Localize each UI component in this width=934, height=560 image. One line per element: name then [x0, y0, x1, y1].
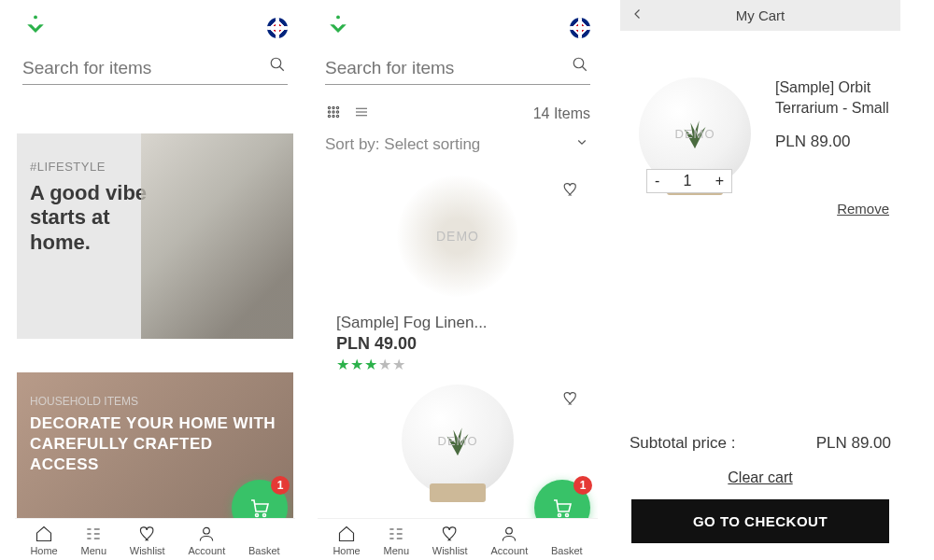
- back-icon[interactable]: [630, 6, 646, 26]
- svg-point-18: [506, 527, 513, 534]
- nav-account[interactable]: Account: [188, 525, 225, 556]
- home-cards: #LIFESTYLE A good vibe starts at home. H…: [15, 87, 295, 522]
- language-flag-icon[interactable]: [570, 18, 590, 38]
- item-count: 14 Items: [533, 105, 590, 122]
- svg-point-16: [559, 514, 561, 517]
- search-icon[interactable]: [269, 56, 286, 77]
- clear-cart-link[interactable]: Clear cart: [620, 469, 900, 486]
- brand-logo[interactable]: [22, 13, 49, 43]
- chevron-down-icon: [573, 133, 590, 155]
- nav-label: Wishlist: [432, 545, 468, 556]
- nav-menu[interactable]: Menu: [383, 525, 409, 556]
- subtotal-label: Subtotal price :: [630, 434, 735, 453]
- heart-icon[interactable]: [562, 181, 579, 202]
- svg-point-9: [336, 106, 338, 108]
- svg-point-15: [336, 115, 338, 117]
- svg-point-14: [333, 115, 334, 117]
- quantity-stepper: - 1 +: [646, 169, 732, 193]
- nav-basket[interactable]: Basket: [551, 525, 583, 556]
- bottom-nav: Home Menu Wishlist Account Basket: [318, 518, 598, 560]
- cart-item-info: [Sample] Orbit Terrarium - Small PLN 89.…: [775, 77, 891, 189]
- cart-screen: My Cart DEMO - 1 + [Sample] Orbit Terrar…: [620, 0, 900, 560]
- nav-label: Basket: [551, 545, 583, 556]
- svg-point-0: [34, 15, 37, 19]
- subtotal-row: Subtotal price : PLN 89.00: [620, 434, 900, 453]
- cart-title: My Cart: [628, 7, 893, 23]
- nav-label: Home: [30, 545, 57, 556]
- sort-row[interactable]: Sort by: Select sorting: [318, 130, 598, 164]
- card-photo: [141, 133, 293, 339]
- heart-icon[interactable]: [562, 390, 579, 411]
- search-icon[interactable]: [572, 56, 588, 77]
- nav-home[interactable]: Home: [333, 525, 360, 556]
- list-view-icon[interactable]: [353, 104, 370, 124]
- svg-point-13: [328, 115, 330, 117]
- product-card[interactable]: DEMO: [336, 385, 579, 497]
- nav-home[interactable]: Home: [30, 525, 57, 556]
- card-headline: DECORATE YOUR HOME WITH CAREFULLY CRAFTE…: [30, 413, 280, 475]
- nav-label: Basket: [248, 545, 280, 556]
- sort-value: Select sorting: [384, 135, 480, 153]
- header: [318, 0, 598, 49]
- nav-label: Account: [490, 545, 528, 556]
- nav-wishlist[interactable]: Wishlist: [432, 525, 468, 556]
- nav-label: Menu: [80, 545, 106, 556]
- svg-point-5: [336, 15, 340, 19]
- svg-point-7: [328, 106, 330, 108]
- checkout-button[interactable]: GO TO CHECKOUT: [631, 499, 889, 543]
- nav-basket[interactable]: Basket: [248, 525, 280, 556]
- nav-wishlist[interactable]: Wishlist: [130, 525, 165, 556]
- basket-badge: 1: [271, 476, 290, 495]
- search-bar: [318, 49, 598, 87]
- qty-value: 1: [684, 173, 692, 189]
- card-tag: HOUSEHOLD ITEMS: [30, 395, 280, 408]
- product-price: PLN 49.00: [336, 334, 579, 354]
- svg-point-2: [256, 514, 259, 517]
- svg-point-3: [263, 514, 266, 517]
- home-screen: #LIFESTYLE A good vibe starts at home. H…: [15, 0, 295, 560]
- svg-point-12: [336, 111, 338, 113]
- cart-header: My Cart: [620, 0, 900, 31]
- product-card[interactable]: [Sample] Fog Linen... PLN 49.00 ★★★★★: [336, 175, 579, 373]
- nav-menu[interactable]: Menu: [80, 525, 106, 556]
- nav-label: Menu: [383, 545, 409, 556]
- listing-screen: 14 Items Sort by: Select sorting [Sample…: [318, 0, 598, 560]
- qty-plus[interactable]: +: [715, 173, 724, 189]
- svg-point-8: [333, 106, 334, 108]
- product-list: [Sample] Fog Linen... PLN 49.00 ★★★★★ DE…: [318, 175, 598, 497]
- header: [15, 0, 295, 49]
- nav-label: Wishlist: [130, 545, 165, 556]
- svg-point-17: [566, 514, 569, 517]
- view-toggles: [325, 104, 370, 124]
- basket-badge: 1: [573, 476, 592, 495]
- bottom-nav: Home Menu Wishlist Account Basket: [15, 518, 295, 560]
- grid-view-icon[interactable]: [325, 104, 342, 124]
- svg-point-1: [271, 58, 281, 68]
- hero-card-lifestyle[interactable]: #LIFESTYLE A good vibe starts at home.: [17, 133, 293, 339]
- cart-item-price: PLN 89.00: [775, 133, 891, 151]
- rating-stars: ★★★★★: [336, 356, 579, 373]
- cart-item-thumb: DEMO - 1 +: [630, 77, 760, 189]
- search-bar: [15, 49, 295, 87]
- product-thumb: DEMO: [402, 385, 514, 497]
- search-input[interactable]: [22, 54, 288, 85]
- search-input[interactable]: [325, 54, 590, 85]
- svg-point-10: [328, 111, 330, 113]
- nav-account[interactable]: Account: [490, 525, 528, 556]
- language-flag-icon[interactable]: [267, 18, 288, 38]
- product-name: [Sample] Fog Linen...: [336, 314, 579, 332]
- sort-prefix: Sort by:: [325, 135, 380, 153]
- svg-point-11: [333, 111, 334, 113]
- nav-label: Home: [333, 545, 360, 556]
- cart-item-row: DEMO - 1 + [Sample] Orbit Terrarium - Sm…: [620, 31, 900, 189]
- product-thumb: [397, 175, 518, 297]
- list-toolbar: 14 Items: [318, 87, 598, 130]
- svg-point-6: [573, 58, 584, 68]
- subtotal-value: PLN 89.00: [816, 434, 891, 453]
- brand-logo[interactable]: [325, 13, 351, 43]
- remove-link[interactable]: Remove: [620, 201, 889, 217]
- nav-label: Account: [188, 545, 225, 556]
- cart-item-name: [Sample] Orbit Terrarium - Small: [775, 77, 891, 119]
- svg-point-4: [204, 527, 210, 534]
- qty-minus[interactable]: -: [655, 173, 659, 189]
